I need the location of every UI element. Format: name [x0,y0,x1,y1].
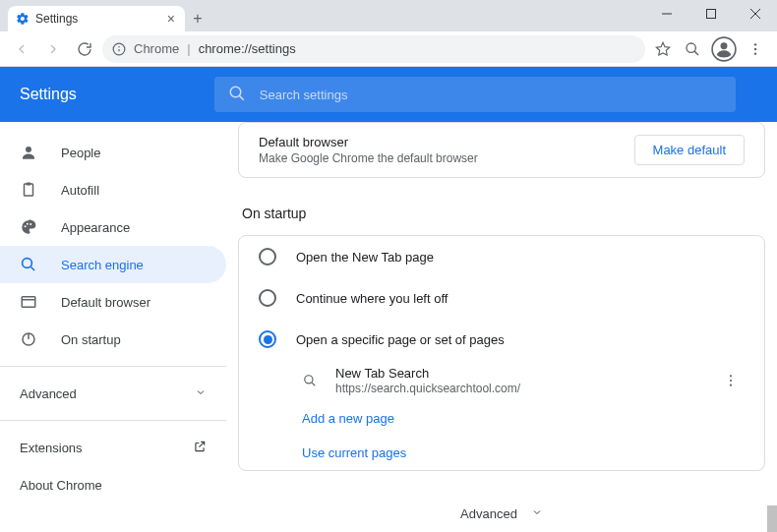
default-browser-subtitle: Make Google Chrome the default browser [259,151,478,165]
default-browser-title: Default browser [259,135,478,149]
on-startup-card: Open the New Tab page Continue where you… [238,235,765,471]
address-url: chrome://settings [199,41,296,56]
sidebar-item-label: On startup [61,332,121,347]
sidebar-item-appearance[interactable]: Appearance [0,208,226,246]
sidebar-item-people[interactable]: People [0,134,226,171]
svg-point-20 [25,225,27,227]
sidebar-item-autofill[interactable]: Autofill [0,171,226,208]
svg-point-8 [687,43,695,52]
svg-line-24 [30,266,34,270]
startup-page-name: New Tab Search [335,366,699,381]
svg-rect-19 [27,183,31,186]
startup-option-continue[interactable]: Continue where you left off [239,277,764,319]
sidebar-item-on-startup[interactable]: On startup [0,321,226,358]
startup-option-new-tab[interactable]: Open the New Tab page [239,236,764,277]
divider [0,366,226,367]
settings-header: Settings [0,67,777,122]
browser-tab[interactable]: Settings × [8,6,185,31]
reload-button[interactable] [71,35,98,63]
window-titlebar: Settings × + [0,0,777,31]
chevron-down-icon [531,506,543,521]
forward-button[interactable] [39,35,67,63]
make-default-button[interactable]: Make default [634,135,745,165]
sidebar-about-label: About Chrome [20,478,102,493]
gear-icon [16,12,30,26]
browser-menu-icon[interactable] [742,35,769,63]
zoom-icon[interactable] [679,35,706,63]
radio-checked-icon [259,330,276,348]
svg-line-9 [694,51,698,55]
tab-title: Settings [35,12,159,26]
address-bar[interactable]: Chrome | chrome://settings [102,35,645,63]
svg-point-30 [305,376,313,384]
back-button[interactable] [8,35,35,63]
main-panel: Default browser Make Google Chrome the d… [226,122,777,532]
page-title: Settings [20,86,77,103]
search-icon [228,85,246,105]
info-icon [112,42,126,56]
close-tab-icon[interactable]: × [165,11,177,27]
default-browser-card: Default browser Make Google Chrome the d… [238,122,765,178]
chevron-down-icon [195,386,207,401]
use-current-pages-link[interactable]: Use current pages [239,436,764,470]
radio-icon [259,248,276,266]
sidebar-item-label: Autofill [61,183,99,198]
add-new-page-link[interactable]: Add a new page [239,401,764,436]
svg-rect-1 [706,10,715,19]
palette-icon [20,218,37,236]
sidebar-item-label: Search engine [61,258,144,272]
page-entry-menu-button[interactable] [717,367,745,394]
power-icon [20,330,37,348]
sidebar-item-search-engine[interactable]: Search engine [0,246,226,283]
svg-marker-7 [656,42,669,55]
window-controls [644,0,777,31]
search-settings-field[interactable] [214,77,736,112]
svg-point-22 [30,223,31,225]
clipboard-icon [20,181,37,199]
content: People Autofill Appearance Search engine… [0,122,777,532]
sidebar-about-link[interactable]: About Chrome [0,466,226,503]
sidebar-item-default-browser[interactable]: Default browser [0,283,226,321]
svg-point-13 [754,47,756,49]
svg-point-21 [27,223,29,225]
browser-icon [20,293,37,311]
browser-toolbar: Chrome | chrome://settings [0,31,777,67]
address-scheme: Chrome [134,41,179,56]
close-window-button[interactable] [733,0,777,28]
svg-point-33 [730,380,732,382]
on-startup-section-title: On startup [238,198,765,235]
sidebar-item-label: People [61,146,100,160]
svg-rect-18 [25,184,33,196]
sidebar: People Autofill Appearance Search engine… [0,122,226,532]
svg-point-23 [23,259,32,268]
radio-icon [259,289,276,307]
sidebar-advanced-toggle[interactable]: Advanced [0,375,226,412]
svg-rect-25 [22,297,35,308]
person-icon [20,144,37,161]
sidebar-extensions-link[interactable]: Extensions [0,429,226,466]
minimize-button[interactable] [644,0,688,28]
svg-point-14 [754,52,756,54]
search-settings-input[interactable] [260,88,722,102]
svg-line-31 [312,383,315,385]
bookmark-star-icon[interactable] [649,35,677,63]
advanced-footer-label: Advanced [460,506,517,521]
maximize-button[interactable] [688,0,733,28]
scrollbar-thumb[interactable] [767,505,777,532]
advanced-footer-toggle[interactable]: Advanced [238,491,765,532]
new-tab-button[interactable]: + [185,6,210,31]
startup-page-entry: New Tab Search https://search.quicksearc… [239,360,764,401]
search-icon [302,373,318,388]
svg-line-16 [239,95,243,99]
svg-line-29 [199,442,204,446]
account-icon[interactable] [708,33,740,65]
svg-point-32 [730,375,732,377]
startup-page-url: https://search.quicksearchtool.com/ [335,382,699,395]
startup-option-specific[interactable]: Open a specific page or set of pages [239,319,764,360]
svg-point-34 [730,384,732,386]
svg-point-17 [26,147,31,152]
sidebar-advanced-label: Advanced [20,386,77,401]
sidebar-item-label: Default browser [61,295,150,310]
svg-point-15 [230,87,241,97]
svg-point-11 [721,42,728,49]
